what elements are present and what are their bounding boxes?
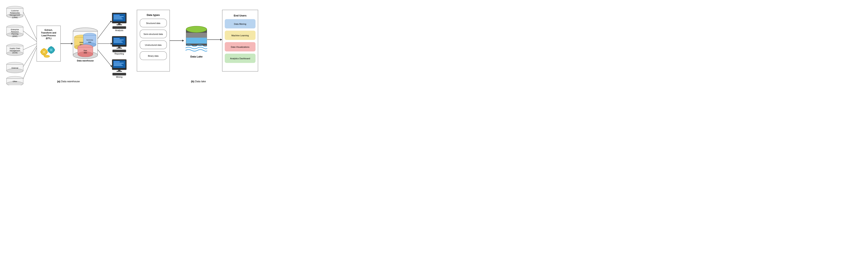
lake-mid-gray xyxy=(186,33,207,38)
line-erp-etl xyxy=(23,31,37,42)
data-lake: Data Lake xyxy=(186,26,207,58)
datawarehouse-cylinder: Meta data Summary data Raw data Data war… xyxy=(73,28,98,62)
keyboard-reporting xyxy=(113,50,126,52)
binary-label: Binary data xyxy=(148,55,158,57)
erp-label3: Planning xyxy=(11,33,18,35)
cylinder-scm: Supply Chain Management (SCM) xyxy=(6,44,23,56)
crm-label: Customer xyxy=(11,10,19,12)
semi-structured-label: Semi-structured data xyxy=(144,33,163,35)
monitor-analysis: Analysis xyxy=(112,13,126,32)
screen-line10 xyxy=(114,63,124,63)
end-users-title: End Users xyxy=(234,14,246,17)
etl-gear-tooth-l-top xyxy=(43,48,45,50)
crm-label4: (CRM) xyxy=(12,16,18,19)
screen-line5 xyxy=(114,38,120,39)
screen-line8 xyxy=(114,42,123,43)
monitor-reporting: Reporting xyxy=(112,36,126,55)
etl-title2: Transform and xyxy=(41,32,56,34)
etl-gear-tooth-l-rgt xyxy=(46,51,48,53)
erp-label: Enterprise xyxy=(11,29,19,31)
monitor-mining: Mining xyxy=(112,60,126,78)
lake-label: Data Lake xyxy=(190,55,203,58)
etl-title1: Extract, xyxy=(45,29,53,31)
etl-gear-tooth-l-lft xyxy=(40,51,42,53)
screen-line12 xyxy=(114,65,123,66)
etl-gear-tooth-r-bot xyxy=(51,52,52,54)
arrow-dw-mining xyxy=(98,49,111,65)
etl-title4: (ETL) xyxy=(46,37,52,39)
arrow-dw-analysis xyxy=(98,22,111,39)
line-other-etl xyxy=(23,47,37,79)
screen-line7 xyxy=(114,41,122,41)
cylinder-other: Other xyxy=(6,76,23,85)
arrow-lake-users-head xyxy=(220,39,222,41)
other-label: Other xyxy=(13,80,17,82)
monitor-base-mining xyxy=(117,71,122,72)
scm-label: Supply Chain xyxy=(9,47,20,49)
screen-line11 xyxy=(114,64,122,65)
arrow-dw-mining-head xyxy=(110,65,112,67)
caption-a: (a) Data warehouse xyxy=(57,80,80,83)
unstructured-label: Unstructured data xyxy=(145,44,161,46)
arrow-dt-lake-head xyxy=(182,40,184,42)
screen-line9 xyxy=(114,61,120,62)
keyboard-mining xyxy=(113,73,126,75)
dw-summary-label2: data xyxy=(88,41,91,43)
data-types-title: Data types xyxy=(147,13,160,16)
diagram-container: Customer Relationship Management (CRM) E… xyxy=(0,0,289,85)
data-vis-label: Data Visualizations xyxy=(231,46,249,48)
data-filtering-label: Data filtering xyxy=(234,23,246,25)
cylinder-external: External xyxy=(6,62,23,73)
cylinder-erp: Enterprise Resource Planning (ERP) xyxy=(6,25,23,37)
caption-b: (b) Data lake xyxy=(191,80,206,83)
etl-gear-inner-left xyxy=(42,51,45,54)
scm-label2: Management xyxy=(10,49,20,52)
wave2 xyxy=(186,47,207,49)
svg-point-11 xyxy=(6,69,23,73)
structured-label: Structured data xyxy=(146,22,160,24)
mining-label: Mining xyxy=(116,76,122,78)
screen-line3 xyxy=(114,18,122,18)
arrow-etl-dw-head xyxy=(71,43,73,44)
dw-meta-label1: Meta xyxy=(80,41,83,43)
screen-line1 xyxy=(114,15,120,16)
lake-top-green xyxy=(186,26,207,33)
monitor-base-reporting xyxy=(117,48,122,48)
monitor-base-analysis xyxy=(117,24,122,25)
external-label: External xyxy=(11,67,18,69)
dw-raw-label2: data xyxy=(84,52,87,54)
etl-title3: Load Process xyxy=(41,34,56,37)
end-users-box: End Users Data filtering Machine Learnin… xyxy=(222,10,258,71)
dw-label: Data warehouse xyxy=(77,60,94,62)
keyboard-analysis xyxy=(113,26,126,29)
etl-gear-tooth-r-top xyxy=(51,46,52,48)
wave3 xyxy=(186,49,207,51)
etl-box: Extract, Transform and Load Process (ETL… xyxy=(37,26,61,61)
line-crm-etl xyxy=(23,12,37,40)
lake-mid-blue xyxy=(186,38,207,44)
machine-learning-label: Machine Learning xyxy=(231,34,249,37)
screen-line2 xyxy=(114,16,124,17)
arrow-dw-analysis-head xyxy=(110,21,112,23)
crm-label3: Management xyxy=(10,14,20,16)
reporting-label: Reporting xyxy=(115,53,124,55)
erp-label4: (ERP) xyxy=(12,35,18,37)
data-types-box: Data types Structured data Semi-structur… xyxy=(137,10,170,71)
crm-label2: Relationship xyxy=(10,12,20,14)
etl-gear-tooth-r-rgt xyxy=(53,49,55,51)
analysis-label: Analysis xyxy=(115,29,123,32)
cylinder-crm: Customer Relationship Management (CRM) xyxy=(6,6,23,19)
screen-line6 xyxy=(114,40,124,40)
screen-line4 xyxy=(114,19,123,19)
erp-label2: Resource xyxy=(11,31,19,33)
analytics-dashboard-label: Analytics Dashboard xyxy=(230,57,250,60)
scm-label3: (SCM) xyxy=(12,52,18,54)
etl-gear-inner-right xyxy=(50,48,53,52)
dw-summary-label1: Summary xyxy=(86,39,93,41)
etl-gear-tooth-r-lft xyxy=(48,49,49,51)
etl-coin xyxy=(44,55,50,58)
dw-raw-label1: Raw xyxy=(84,49,87,52)
etl-gear-tooth-l-bot xyxy=(43,54,45,56)
main-diagram-svg: Customer Relationship Management (CRM) E… xyxy=(0,0,289,85)
